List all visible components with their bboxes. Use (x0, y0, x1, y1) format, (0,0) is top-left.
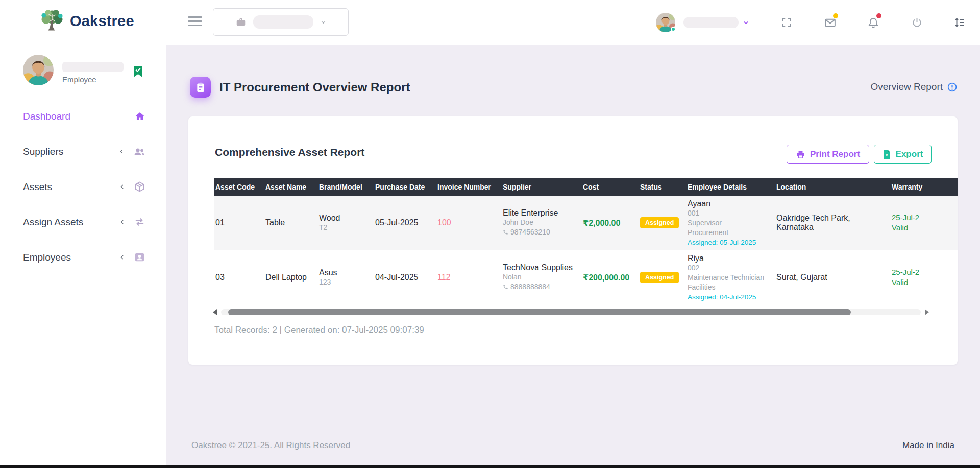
chevron-left-icon (118, 148, 126, 155)
cell-cost: ₹200,000.00 (582, 273, 639, 283)
profile-card: Employee (0, 45, 166, 101)
cell-location: Oakridge Tech Park, Karnataka (775, 214, 891, 232)
user-menu[interactable] (656, 13, 750, 32)
status-badge: Assigned (640, 217, 679, 228)
chevron-down-icon (320, 19, 327, 26)
sidebar-item-suppliers[interactable]: Suppliers (0, 134, 166, 169)
cell-employee-details: Riya 002 Maintenance Technician Faciliti… (687, 254, 775, 301)
table-header-row: Asset Code Asset Name Brand/Model Purcha… (214, 178, 958, 196)
report-card: Comprehensive Asset Report Print Report … (188, 116, 958, 365)
status-badge: Assigned (640, 272, 679, 283)
mail-icon[interactable] (823, 16, 837, 29)
users-icon (133, 146, 145, 158)
cell-asset-code: 01 (214, 218, 264, 227)
sidebar: Employee Dashboard Suppliers Asse (0, 45, 166, 465)
cell-status: Assigned (639, 272, 687, 283)
sidebar-item-assign-assets[interactable]: Assign Assets (0, 204, 166, 240)
scrollbar-thumb[interactable] (228, 309, 851, 315)
mail-notification-dot (833, 13, 838, 18)
verified-check-icon (134, 66, 142, 77)
clipboard-icon (190, 77, 211, 98)
table-row: 01 Table Wood T2 05-Jul-2025 100 Elite E… (214, 196, 958, 250)
copyright-text: Oakstree © 2021-25. All Rights Reserved (191, 440, 350, 451)
made-in-text: Made in India (902, 440, 954, 451)
cell-purchase-date: 05-Jul-2025 (374, 218, 436, 227)
cell-warranty: 25-Jul-2 Valid (891, 267, 958, 288)
topbar: Oakstree (0, 0, 980, 45)
chevron-down-icon (742, 19, 750, 27)
brand-logo[interactable]: Oakstree (39, 8, 134, 34)
cell-status: Assigned (639, 217, 687, 228)
asset-table: Asset Code Asset Name Brand/Model Purcha… (214, 178, 958, 305)
phone-icon (503, 229, 508, 235)
svg-text:x: x (885, 153, 888, 157)
print-report-button[interactable]: Print Report (787, 145, 869, 164)
home-icon (134, 111, 145, 122)
person-card-icon (134, 251, 145, 263)
tree-logo-icon (39, 8, 65, 34)
profile-role: Employee (62, 75, 96, 84)
power-icon[interactable] (910, 16, 923, 29)
cell-invoice-number: 100 (436, 218, 502, 227)
cell-asset-code: 03 (214, 273, 264, 282)
report-heading: Comprehensive Asset Report (215, 146, 364, 158)
horizontal-scrollbar (213, 309, 929, 316)
cell-employee-details: Ayaan 001 Supervisor Procurement Assigne… (687, 199, 775, 246)
cell-cost: ₹2,000.00 (582, 218, 639, 228)
brand-name: Oakstree (70, 13, 134, 30)
cell-invoice-number: 112 (436, 273, 502, 282)
bottom-strip (0, 465, 980, 468)
sidebar-item-dashboard[interactable]: Dashboard (0, 99, 166, 134)
cell-asset-name: Dell Laptop (264, 273, 318, 282)
online-status-dot (671, 27, 676, 32)
briefcase-icon (235, 16, 247, 28)
scrollbar-track[interactable] (221, 309, 921, 315)
hamburger-menu-icon[interactable] (188, 16, 202, 29)
cell-supplier: TechNova Supplies Nolan 8888888884 (502, 263, 582, 292)
company-select[interactable] (213, 8, 349, 36)
export-button[interactable]: x Export (874, 145, 932, 164)
sidebar-item-employees[interactable]: Employees (0, 240, 166, 275)
excel-file-icon: x (883, 150, 891, 159)
sidebar-menu: Dashboard Suppliers Assets (0, 99, 166, 275)
cell-warranty: 25-Jul-2 Valid (891, 213, 958, 233)
cell-brand-model: Wood T2 (318, 214, 374, 232)
records-summary: Total Records: 2 | Generated on: 07-Jul-… (214, 325, 424, 335)
cell-asset-name: Table (264, 218, 318, 227)
cell-brand-model: Asus 123 (318, 268, 374, 287)
chevron-left-icon (118, 218, 126, 226)
cell-location: Surat, Gujarat (775, 273, 891, 282)
bell-icon[interactable] (867, 16, 880, 29)
scroll-right-arrow[interactable] (925, 309, 929, 315)
company-name-skeleton (253, 15, 313, 29)
cell-purchase-date: 04-Jul-2025 (374, 273, 436, 282)
profile-avatar (23, 55, 54, 85)
bell-notification-dot (876, 13, 881, 18)
swap-icon (134, 216, 145, 228)
chevron-left-icon (118, 183, 126, 191)
cube-icon (134, 181, 145, 193)
scroll-left-arrow[interactable] (213, 309, 217, 315)
overview-report-link: Overview Report (871, 81, 958, 92)
sidebar-item-assets[interactable]: Assets (0, 169, 166, 204)
table-row: 03 Dell Laptop Asus 123 04-Jul-2025 112 … (214, 250, 958, 305)
chevron-left-icon (118, 253, 126, 261)
page-title: IT Procurement Overview Report (219, 80, 410, 95)
printer-icon (796, 150, 805, 159)
user-avatar (656, 13, 675, 32)
phone-icon (503, 284, 508, 290)
main-content: IT Procurement Overview Report Overview … (166, 45, 980, 465)
profile-name-skeleton (62, 62, 124, 72)
footer: Oakstree © 2021-25. All Rights Reserved … (191, 440, 954, 451)
fullscreen-icon[interactable] (780, 16, 793, 29)
line-spacing-icon[interactable] (953, 16, 967, 29)
info-icon[interactable] (947, 82, 958, 92)
user-name-skeleton (683, 17, 739, 28)
cell-supplier: Elite Enterprise John Doe 9874563210 (502, 208, 582, 237)
